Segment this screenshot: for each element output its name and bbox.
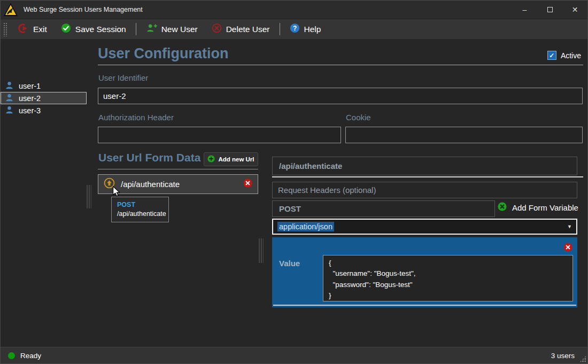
content-type-value: application/json [277, 222, 334, 231]
user-icon [5, 81, 14, 91]
user-icon [5, 105, 14, 116]
cookie-input[interactable] [345, 127, 583, 143]
save-session-label: Save Session [75, 25, 126, 34]
minimize-icon: – [523, 5, 527, 14]
toolbar-grip[interactable] [3, 22, 7, 36]
url-tooltip: POST /api/authenticate [111, 197, 169, 222]
status-bar: Ready 3 users [1, 347, 587, 363]
tooltip-method: POST [117, 200, 163, 210]
form-variable-panel: Value { "username": "Bogus-test", "passw… [272, 237, 577, 307]
app-window: Web Surge Session Users Management – ✕ E… [0, 0, 588, 364]
url-field[interactable]: /api/authenticate [272, 157, 577, 175]
content-type-dropdown[interactable]: application/json ▼ [272, 219, 577, 235]
chevron-down-icon: ▼ [567, 224, 572, 229]
cookie-label: Cookie [346, 113, 371, 122]
tooltip-url: /api/authenticate [117, 210, 163, 219]
toolbar-separator [136, 23, 136, 35]
save-session-button[interactable]: Save Session [54, 19, 133, 39]
status-text: Ready [20, 352, 41, 360]
toolbar-separator [280, 23, 280, 35]
user-item-label: user-3 [19, 106, 41, 115]
remove-form-variable-icon[interactable] [563, 243, 572, 252]
maximize-button[interactable] [537, 1, 562, 19]
mouse-cursor [111, 185, 122, 199]
user-list-item[interactable]: user-1 [1, 80, 87, 92]
maximize-icon [547, 7, 553, 12]
add-plus-icon [207, 155, 215, 164]
user-item-label: user-1 [19, 82, 41, 90]
value-label: Value [279, 259, 300, 268]
window-controls: – ✕ [512, 1, 587, 19]
url-form-title: User Url Form Data [98, 151, 200, 164]
user-item-label: user-2 [19, 94, 41, 103]
titlebar: Web Surge Session Users Management – ✕ [1, 1, 587, 19]
authorization-header-input[interactable] [98, 127, 341, 143]
add-form-variable-button[interactable]: Add Form Variable [498, 202, 578, 213]
add-new-url-label: Add new Url [218, 156, 254, 162]
active-checkbox[interactable]: ✓ Active [547, 51, 581, 60]
app-logo-icon [3, 2, 19, 17]
status-dot-icon [8, 352, 15, 359]
exit-label: Exit [33, 25, 47, 34]
user-list-item-selected[interactable]: user-2 [1, 92, 87, 104]
url-item-label: /api/authenticate [121, 180, 237, 189]
page-title: User Configuration [98, 45, 229, 62]
url-form-divider [98, 169, 258, 169]
help-button[interactable]: ? Help [283, 19, 328, 39]
delete-user-label: Delete User [226, 25, 270, 34]
user-identifier-label: User Identifier [98, 73, 148, 82]
close-icon: ✕ [572, 5, 578, 14]
user-icon [5, 93, 14, 104]
authorization-header-label: Authorization Header [98, 113, 174, 122]
splitter-grip-left[interactable] [87, 185, 91, 208]
remove-url-icon[interactable] [243, 179, 252, 190]
add-new-url-button[interactable]: Add new Url [204, 152, 258, 166]
svg-text:?: ? [292, 25, 296, 32]
user-list: user-1 user-2 user-3 [1, 80, 89, 117]
request-headers-input[interactable] [272, 182, 577, 198]
add-form-variable-label: Add Form Variable [512, 203, 578, 212]
value-textarea[interactable]: { "username": "Bogus-test", "password": … [323, 255, 573, 301]
delete-user-button[interactable]: Delete User [205, 19, 277, 39]
window-title: Web Surge Session Users Management [24, 6, 143, 13]
http-method-field[interactable]: POST [272, 200, 495, 217]
checkbox-checked-icon: ✓ [547, 51, 556, 60]
toolbar: Exit Save Session New User [1, 19, 587, 39]
new-user-button[interactable]: New User [139, 19, 205, 39]
splitter-grip-right[interactable] [259, 238, 264, 263]
header-divider [98, 65, 583, 65]
add-form-variable-icon [498, 202, 507, 213]
delete-circle-x-icon [212, 23, 222, 35]
help-label: Help [304, 25, 321, 34]
save-check-icon [61, 23, 71, 35]
add-user-icon [146, 23, 157, 35]
user-identifier-input[interactable] [98, 88, 583, 104]
active-label: Active [561, 51, 581, 60]
help-icon: ? [290, 23, 300, 35]
panel-bottom-line [273, 305, 576, 306]
close-button[interactable]: ✕ [562, 1, 587, 19]
user-list-item[interactable]: user-3 [1, 104, 87, 117]
main-area: user-1 user-2 user-3 User Configuration … [1, 39, 587, 347]
user-count: 3 users [551, 352, 580, 360]
minimize-button[interactable]: – [512, 1, 537, 19]
exit-button[interactable]: Exit [11, 19, 54, 39]
new-user-label: New User [161, 25, 198, 34]
detail-divider [272, 176, 583, 177]
exit-icon [18, 23, 29, 36]
